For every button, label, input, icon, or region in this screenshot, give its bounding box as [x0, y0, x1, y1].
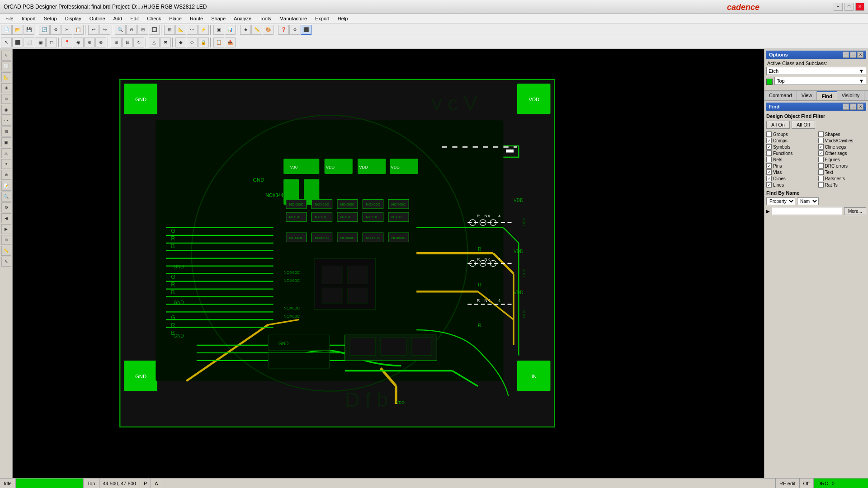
sidebar-btn-11[interactable]: ✦ [1, 159, 11, 169]
options-restore-btn[interactable]: □ [850, 52, 856, 58]
checkbox-functions[interactable] [766, 150, 772, 156]
sidebar-btn-15[interactable]: ⚙ [1, 202, 11, 212]
tb-zoom-fit[interactable]: ⊞ [137, 25, 148, 35]
tb2-place[interactable]: ⊞ [111, 38, 122, 47]
sidebar-btn-17[interactable]: ▶ [1, 224, 11, 234]
tb2-route[interactable]: 📍 [61, 38, 72, 47]
property-select[interactable]: Property [766, 197, 795, 205]
sidebar-btn-5[interactable]: ⊕ [1, 94, 11, 104]
checkbox-voids[interactable] [818, 138, 824, 143]
menu-export[interactable]: Export [311, 15, 333, 22]
checkbox-comps[interactable] [766, 138, 772, 143]
checkbox-text[interactable] [818, 169, 824, 175]
tb2-ungroup[interactable]: ◇ [187, 38, 198, 47]
close-button[interactable]: ✕ [855, 3, 864, 11]
checkbox-vias[interactable] [766, 169, 772, 175]
tb2-report[interactable]: 📋 [213, 38, 224, 47]
sidebar-btn-18[interactable]: ⊕ [1, 235, 11, 245]
menu-place[interactable]: Place [165, 15, 185, 22]
tb2-add-shape[interactable]: ⬜ [24, 38, 34, 47]
checkbox-figures[interactable] [818, 157, 824, 162]
tb2-select[interactable]: ↖ [1, 38, 12, 47]
menu-tools[interactable]: Tools [256, 15, 275, 22]
menu-setup[interactable]: Setup [40, 15, 61, 22]
canvas-area[interactable]: GND VDD GND IN t u o d D f b v c V [13, 49, 764, 478]
tb-zoom-sel[interactable]: 🔲 [149, 25, 160, 35]
checkbox-cline-segs[interactable] [818, 144, 824, 150]
sidebar-btn-10[interactable]: △ [1, 148, 11, 158]
tb-refresh[interactable]: 🔄 [39, 25, 50, 35]
all-on-button[interactable]: All On [766, 121, 790, 129]
checkbox-clines[interactable] [766, 176, 772, 181]
checkbox-shapes[interactable] [818, 131, 824, 137]
menu-shape[interactable]: Shape [208, 15, 229, 22]
tb2-property[interactable]: △ [149, 38, 160, 47]
tb-undo[interactable]: ↩ [88, 25, 99, 35]
sidebar-btn-2[interactable]: ⬜ [1, 61, 11, 71]
sidebar-btn-20[interactable]: ✎ [1, 257, 11, 267]
checkbox-symbols[interactable] [766, 144, 772, 150]
tb-ratsnest[interactable]: ⋯ [187, 25, 198, 35]
checkbox-drc[interactable] [818, 163, 824, 169]
checkbox-pins[interactable] [766, 163, 772, 169]
tb-chart[interactable]: 📊 [225, 25, 236, 35]
tb-snap[interactable]: 📐 [175, 25, 186, 35]
tb-help[interactable]: ❓ [278, 25, 289, 35]
sidebar-btn-7[interactable]: ⋯ [1, 116, 11, 126]
checkbox-ratsnests[interactable] [818, 176, 824, 181]
tb-highlight[interactable]: ★ [240, 25, 251, 35]
sidebar-btn-8[interactable]: ⊞ [1, 127, 11, 136]
tb2-export[interactable]: 📤 [225, 38, 236, 47]
checkbox-other-segs[interactable] [818, 150, 824, 156]
name-select[interactable]: Nam [797, 197, 819, 205]
tb-save[interactable]: 💾 [24, 25, 34, 35]
tb2-delete[interactable]: ✖ [160, 38, 171, 47]
find-name-input[interactable] [772, 207, 842, 215]
tb2-rotate[interactable]: ↻ [133, 38, 144, 47]
tb2-via[interactable]: ◉ [73, 38, 84, 47]
menu-route[interactable]: Route [186, 15, 207, 22]
menu-display[interactable]: Display [61, 15, 85, 22]
menu-help[interactable]: Help [334, 15, 352, 22]
more-button[interactable]: More... [844, 207, 866, 215]
menu-analyze[interactable]: Analyze [230, 15, 255, 22]
sidebar-btn-13[interactable]: 📝 [1, 181, 11, 191]
tb-active-btn[interactable]: ⬛ [301, 25, 311, 35]
sidebar-btn-3[interactable]: 📐 [1, 72, 11, 82]
tb-open[interactable]: 📂 [12, 25, 23, 35]
tb-drc[interactable]: ⚡ [198, 25, 209, 35]
tb-3d[interactable]: ▣ [213, 25, 224, 35]
tb-zoom-in[interactable]: 🔍 [115, 25, 126, 35]
tb-script[interactable]: ⚙ [289, 25, 300, 35]
sidebar-btn-12[interactable]: ⊗ [1, 170, 11, 180]
maximize-button[interactable]: □ [844, 3, 854, 11]
tb2-add-line[interactable]: ⬛ [12, 38, 23, 47]
tb-measure[interactable]: 📏 [251, 25, 262, 35]
class-dropdown[interactable]: Etch ▼ [766, 67, 866, 75]
checkbox-lines[interactable] [766, 182, 772, 188]
subclass-dropdown[interactable]: Top ▼ [774, 77, 866, 85]
options-close-btn[interactable]: ✕ [857, 52, 863, 58]
tb-settings[interactable]: ⚙ [50, 25, 61, 35]
all-off-button[interactable]: All Off [792, 121, 815, 129]
find-minimize-btn[interactable]: − [843, 103, 849, 110]
menu-check[interactable]: Check [143, 15, 165, 22]
checkbox-groups[interactable] [766, 131, 772, 137]
tab-command[interactable]: Command [764, 91, 797, 100]
tb-redo[interactable]: ↪ [99, 25, 110, 35]
menu-import[interactable]: Import [18, 15, 39, 22]
tb-new[interactable]: 📄 [1, 25, 12, 35]
menu-edit[interactable]: Edit [127, 15, 142, 22]
minimize-button[interactable]: − [834, 3, 843, 11]
tb2-move[interactable]: ⊟ [122, 38, 133, 47]
menu-add[interactable]: Add [110, 15, 126, 22]
menu-file[interactable]: File [2, 15, 17, 22]
tb2-auto[interactable]: ⊗ [95, 38, 106, 47]
tb2-add-circle[interactable]: ◻ [46, 38, 57, 47]
tab-view[interactable]: View [797, 91, 817, 100]
checkbox-nets[interactable] [766, 157, 772, 162]
find-close-btn[interactable]: ✕ [857, 103, 863, 110]
sidebar-btn-1[interactable]: ↖ [1, 51, 11, 61]
sidebar-btn-6[interactable]: ◉ [1, 105, 11, 115]
tab-visibility[interactable]: Visibility [837, 91, 865, 100]
